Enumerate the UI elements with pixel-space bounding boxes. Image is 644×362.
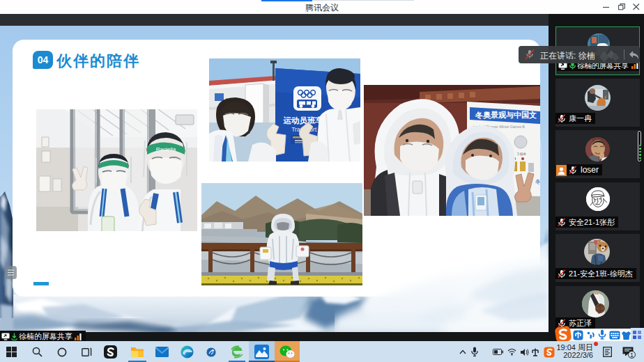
svg-text:3 铜牌: 3 铜牌	[517, 152, 526, 156]
svg-text:冬奥景观与中国文: 冬奥景观与中国文	[475, 111, 537, 120]
svg-text:冬: 冬	[535, 179, 540, 185]
svg-text:Raciella: Raciella	[156, 146, 176, 152]
